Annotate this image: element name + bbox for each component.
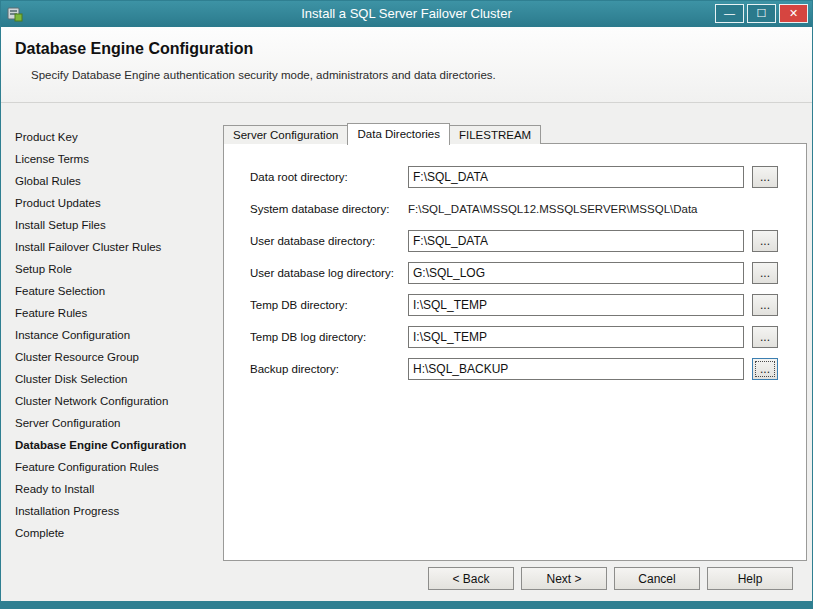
wizard-steps-sidebar: Product Key License Terms Global Rules P… <box>15 126 215 544</box>
sidebar-item-cluster-network-configuration: Cluster Network Configuration <box>15 390 215 412</box>
wizard-footer: < Back Next > Cancel Help <box>1 567 812 591</box>
sidebar-item-setup-role: Setup Role <box>15 258 215 280</box>
temp-db-directory-browse-button[interactable]: ... <box>752 294 778 316</box>
help-button[interactable]: Help <box>707 567 793 590</box>
tab-server-configuration[interactable]: Server Configuration <box>223 125 348 144</box>
close-button[interactable]: ✕ <box>779 4 808 23</box>
sidebar-item-global-rules: Global Rules <box>15 170 215 192</box>
data-directories-panel: Data root directory: ... System database… <box>223 143 807 561</box>
sidebar-item-ready-to-install: Ready to Install <box>15 478 215 500</box>
maximize-button[interactable]: ☐ <box>747 4 776 23</box>
sidebar-item-server-configuration: Server Configuration <box>15 412 215 434</box>
sidebar-item-product-updates: Product Updates <box>15 192 215 214</box>
temp-db-directory-row: Temp DB directory: ... <box>250 294 778 316</box>
backup-directory-input[interactable] <box>408 358 744 380</box>
sidebar-item-cluster-disk-selection: Cluster Disk Selection <box>15 368 215 390</box>
minimize-icon: — <box>724 7 735 19</box>
backup-directory-browse-button[interactable]: ... <box>752 358 778 380</box>
backup-directory-label: Backup directory: <box>250 363 408 375</box>
sidebar-item-feature-configuration-rules: Feature Configuration Rules <box>15 456 215 478</box>
sidebar-item-database-engine-configuration: Database Engine Configuration <box>15 434 215 456</box>
sidebar-item-complete: Complete <box>15 522 215 544</box>
system-database-directory-value: F:\SQL_DATA\MSSQL12.MSSQLSERVER\MSSQL\Da… <box>408 203 698 215</box>
tab-filestream[interactable]: FILESTREAM <box>449 125 541 144</box>
backup-directory-row: Backup directory: ... <box>250 358 778 380</box>
tab-data-directories[interactable]: Data Directories <box>347 123 449 145</box>
user-database-log-directory-label: User database log directory: <box>250 267 408 279</box>
user-database-log-directory-input[interactable] <box>408 262 744 284</box>
data-root-directory-row: Data root directory: ... <box>250 166 778 188</box>
cancel-button[interactable]: Cancel <box>614 567 700 590</box>
sidebar-item-feature-selection: Feature Selection <box>15 280 215 302</box>
sidebar-item-product-key: Product Key <box>15 126 215 148</box>
sidebar-item-install-setup-files: Install Setup Files <box>15 214 215 236</box>
user-database-directory-input[interactable] <box>408 230 744 252</box>
maximize-icon: ☐ <box>757 7 767 19</box>
minimize-button[interactable]: — <box>715 4 744 23</box>
sidebar-item-install-failover-cluster-rules: Install Failover Cluster Rules <box>15 236 215 258</box>
temp-db-log-directory-input[interactable] <box>408 326 744 348</box>
installer-window: Install a SQL Server Failover Cluster — … <box>0 0 813 609</box>
window-bottom-border <box>1 601 812 608</box>
window-controls: — ☐ ✕ <box>715 4 808 23</box>
titlebar: Install a SQL Server Failover Cluster — … <box>1 1 812 27</box>
user-database-directory-row: User database directory: ... <box>250 230 778 252</box>
window-title: Install a SQL Server Failover Cluster <box>1 1 812 27</box>
close-icon: ✕ <box>789 7 798 19</box>
temp-db-directory-input[interactable] <box>408 294 744 316</box>
tab-strip: Server Configuration Data Directories FI… <box>223 123 541 144</box>
next-button[interactable]: Next > <box>521 567 607 590</box>
data-root-directory-browse-button[interactable]: ... <box>752 166 778 188</box>
page-subtitle: Specify Database Engine authentication s… <box>31 69 812 81</box>
temp-db-log-directory-row: Temp DB log directory: ... <box>250 326 778 348</box>
data-root-directory-input[interactable] <box>408 166 744 188</box>
wizard-header: Database Engine Configuration Specify Da… <box>1 27 812 103</box>
back-button[interactable]: < Back <box>428 567 514 590</box>
sidebar-item-cluster-resource-group: Cluster Resource Group <box>15 346 215 368</box>
data-root-directory-label: Data root directory: <box>250 171 408 183</box>
sidebar-item-feature-rules: Feature Rules <box>15 302 215 324</box>
temp-db-log-directory-label: Temp DB log directory: <box>250 331 408 343</box>
sidebar-item-instance-configuration: Instance Configuration <box>15 324 215 346</box>
user-database-log-directory-row: User database log directory: ... <box>250 262 778 284</box>
temp-db-log-directory-browse-button[interactable]: ... <box>752 326 778 348</box>
user-database-directory-browse-button[interactable]: ... <box>752 230 778 252</box>
system-database-directory-label: System database directory: <box>250 203 408 215</box>
page-title: Database Engine Configuration <box>15 40 812 58</box>
system-database-directory-row: System database directory: F:\SQL_DATA\M… <box>250 198 778 220</box>
main-panel: Server Configuration Data Directories FI… <box>223 123 807 561</box>
sidebar-item-installation-progress: Installation Progress <box>15 500 215 522</box>
user-database-log-directory-browse-button[interactable]: ... <box>752 262 778 284</box>
sidebar-item-license-terms: License Terms <box>15 148 215 170</box>
user-database-directory-label: User database directory: <box>250 235 408 247</box>
temp-db-directory-label: Temp DB directory: <box>250 299 408 311</box>
